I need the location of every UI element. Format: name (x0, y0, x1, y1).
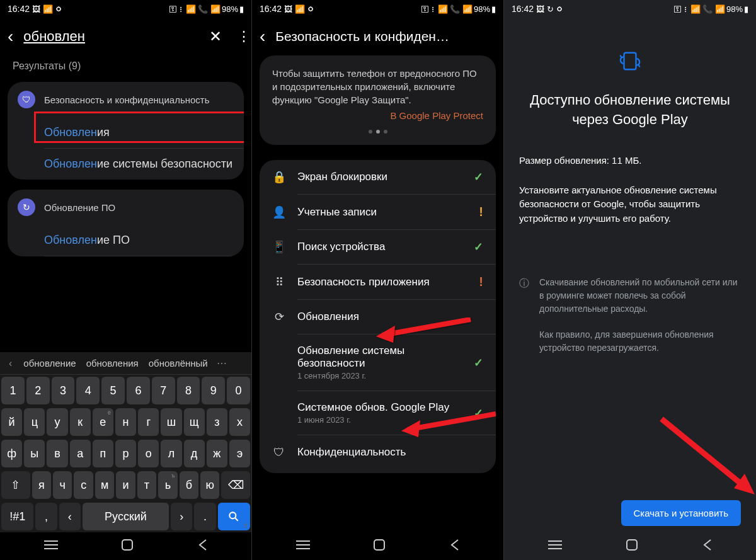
key[interactable]: й (1, 408, 22, 436)
letter-key[interactable]: я (32, 471, 51, 499)
letter-key[interactable]: ч (53, 471, 72, 499)
keyboard-toggle-icon[interactable]: ⠿ (243, 523, 248, 530)
space-key[interactable]: Русский (83, 503, 169, 530)
lang-prev-key[interactable]: ‹ (59, 503, 81, 530)
key[interactable]: ш (161, 408, 181, 436)
key[interactable]: ж (207, 440, 227, 467)
nav-back[interactable] (449, 539, 459, 554)
key[interactable]: з (207, 408, 227, 436)
key[interactable]: в (47, 440, 67, 467)
clear-icon[interactable]: ✕ (207, 28, 224, 45)
nav-home[interactable] (626, 539, 638, 554)
search-device-icon: 📱 (272, 240, 286, 254)
nav-home[interactable] (373, 539, 386, 554)
letter-key[interactable]: ьъ (158, 471, 177, 499)
key[interactable]: 8 (177, 377, 200, 404)
key[interactable]: ц (24, 408, 45, 436)
nav-recents[interactable] (296, 540, 310, 552)
warning-icon: ! (479, 205, 483, 219)
key[interactable]: 3 (52, 377, 75, 404)
result-item-security-update[interactable]: Обновление системы безопасности (8, 149, 244, 180)
setting-accounts[interactable]: 👤 Учетные записи ! (260, 195, 496, 229)
nav-bar (252, 532, 503, 560)
settings-list: 🔒 Экран блокировки ✓ 👤 Учетные записи ! … (260, 160, 496, 473)
setting-system-security-update[interactable]: Обновление системы безопасности 1 сентяб… (260, 334, 496, 391)
key[interactable]: 7 (152, 377, 175, 404)
key[interactable]: п (93, 440, 113, 467)
suggestion-item[interactable]: обновления (81, 358, 144, 369)
letter-key[interactable]: ю (200, 471, 219, 499)
nav-recents[interactable] (44, 540, 58, 552)
key[interactable]: 0 (227, 377, 250, 404)
result-item-updates[interactable]: Обновления (8, 117, 244, 148)
key[interactable]: у (47, 408, 67, 436)
suggestion-back-icon[interactable]: ‹ (3, 358, 18, 369)
key[interactable]: а (70, 440, 91, 467)
suggestion-more-icon[interactable]: ⋯ (213, 357, 231, 369)
setting-updates[interactable]: ⟳ Обновления (260, 300, 496, 334)
key[interactable]: 5 (101, 377, 125, 404)
setting-lock-screen[interactable]: 🔒 Экран блокировки ✓ (260, 160, 496, 194)
setting-google-play-update[interactable]: Системное обнов. Google Play 1 июня 2023… (260, 391, 496, 435)
info-card-link[interactable]: В Google Play Protect (272, 110, 483, 121)
result-group-security: 🛡 Безопасность и конфиденциальность Обно… (8, 82, 244, 180)
back-icon[interactable]: ‹ (260, 26, 265, 47)
key[interactable]: 1 (1, 377, 25, 404)
comma-key[interactable]: , (35, 503, 57, 530)
nav-back[interactable] (702, 539, 712, 554)
nav-back[interactable] (197, 539, 207, 554)
letter-key[interactable]: м (95, 471, 114, 499)
screen-update-available: 16:42🖼 ↻ ⭘ ⚿ ⋮ 📶 📞 📶 98%▮ Доступно обнов… (504, 0, 756, 560)
key[interactable]: ы (24, 440, 45, 467)
key[interactable]: 6 (127, 377, 150, 404)
key[interactable]: э (229, 440, 250, 467)
keyboard: ‹ обновление обновления обновлённый ⋯ 12… (0, 352, 251, 532)
key[interactable]: 9 (202, 377, 225, 404)
key[interactable]: р (115, 440, 136, 467)
update-content: Доступно обновление системы через Google… (504, 18, 756, 494)
letter-key[interactable]: с (74, 471, 93, 499)
key[interactable]: её (93, 408, 113, 436)
setting-app-security[interactable]: ⠿ Безопасность приложения ! (260, 265, 496, 299)
key[interactable]: щ (184, 408, 205, 436)
update-icon: ↻ (18, 198, 35, 216)
nav-recents[interactable] (548, 540, 562, 552)
key[interactable]: г (138, 408, 159, 436)
setting-find-device[interactable]: 📱 Поиск устройства ✓ (260, 230, 496, 264)
key[interactable]: к (70, 408, 91, 436)
nav-home[interactable] (121, 539, 134, 554)
user-icon: 👤 (272, 205, 286, 219)
shift-key[interactable]: ⇧ (1, 471, 30, 499)
letter-key[interactable]: б (180, 471, 198, 499)
key[interactable]: ф (1, 440, 22, 467)
suggestion-item[interactable]: обновление (18, 358, 81, 369)
key[interactable]: л (161, 440, 181, 467)
result-group-header[interactable]: 🛡 Безопасность и конфиденциальность (8, 82, 244, 117)
key[interactable]: х (229, 408, 250, 436)
symbol-key[interactable]: !#1 (1, 503, 33, 530)
letter-key[interactable]: т (137, 471, 156, 499)
key[interactable]: н (115, 408, 136, 436)
period-key[interactable]: . (194, 503, 215, 530)
key[interactable]: д (184, 440, 205, 467)
keyboard-suggestions: ‹ обновление обновления обновлённый ⋯ (0, 352, 251, 375)
info-card[interactable]: Чтобы защитить телефон от вредоносного П… (260, 55, 496, 145)
result-item-software-update[interactable]: Обновление ПО (8, 225, 244, 256)
nav-bar (0, 532, 251, 560)
back-icon[interactable]: ‹ (8, 26, 13, 47)
key[interactable]: 4 (76, 377, 100, 404)
backspace-key[interactable]: ⌫ (221, 471, 250, 499)
menu-icon[interactable]: ⋮ (234, 28, 253, 45)
dot (369, 130, 372, 134)
letter-key[interactable]: и (116, 471, 135, 499)
download-install-button[interactable]: Скачать и установить (621, 500, 742, 526)
shield-icon: 🛡 (18, 91, 35, 108)
search-input[interactable] (23, 28, 197, 45)
result-group-header[interactable]: ↻ Обновление ПО (8, 190, 244, 225)
key[interactable]: 2 (26, 377, 50, 404)
lang-next-key[interactable]: › (171, 503, 192, 530)
suggestion-item[interactable]: обновлённый (144, 358, 213, 369)
setting-privacy[interactable]: 🛡 Конфиденциальность (260, 435, 496, 469)
button-bar: Скачать и установить (504, 494, 756, 532)
key[interactable]: о (138, 440, 159, 467)
